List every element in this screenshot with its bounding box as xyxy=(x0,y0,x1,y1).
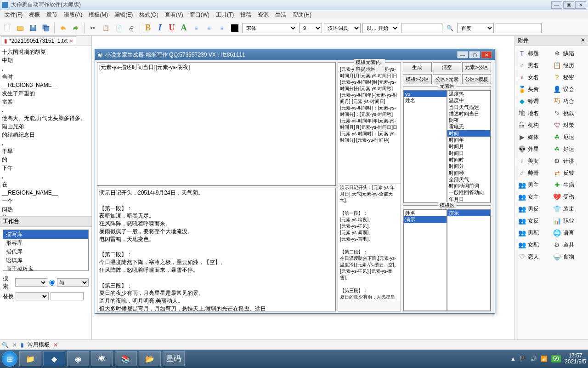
list-item[interactable]: 温度热 xyxy=(447,91,490,97)
undo-icon[interactable] xyxy=(57,23,68,34)
attach-装束[interactable]: 👕装束 xyxy=(552,203,587,214)
font-combo[interactable]: 宋体 xyxy=(242,23,297,33)
attach-秘密[interactable]: ?秘密 xyxy=(552,72,587,83)
redo-icon[interactable] xyxy=(70,23,81,34)
open-icon[interactable] xyxy=(15,23,26,34)
search-tab-close[interactable]: ✕ xyxy=(12,342,17,348)
attach-头衔[interactable]: 🏅头衔 xyxy=(517,84,551,95)
editor-content[interactable]: 十六国时期的胡夏 中期 , 当时 __REGION3_NAME__ 发生了严重的… xyxy=(0,46,91,216)
file-tab[interactable]: ▮ *20210905173151_1.txt ✕ xyxy=(1,36,76,45)
list-item[interactable]: 当日天气描述 xyxy=(447,104,490,110)
attach-反转[interactable]: ⇄反转 xyxy=(552,167,587,178)
attach-男名[interactable]: ♂男名 xyxy=(517,60,551,71)
common-template-tab[interactable]: 常用模板 xyxy=(28,341,50,349)
library-item[interactable]: 描写库 xyxy=(3,230,88,239)
attach-缺陷[interactable]: ❄缺陷 xyxy=(552,48,587,59)
dlg-minimize-button[interactable]: — xyxy=(457,51,468,58)
attach-美女[interactable]: ♀美女 xyxy=(517,155,551,167)
search-radio[interactable] xyxy=(49,280,55,286)
attach-女反[interactable]: 👥女反 xyxy=(517,215,551,226)
list-item[interactable]: 姓名 xyxy=(404,210,447,216)
attach-道具[interactable]: ⚙道具 xyxy=(552,239,587,250)
attach-职业[interactable]: 📊职业 xyxy=(552,215,587,226)
attach-女名[interactable]: ♀女名 xyxy=(517,72,551,83)
start-combo[interactable]: 以… 开始 xyxy=(362,23,399,33)
menu-工具(T)[interactable]: 工具(T) xyxy=(213,10,237,20)
menu-文件(F)[interactable]: 文件(F) xyxy=(2,10,25,20)
menu-查看(V)[interactable]: 查看(V) xyxy=(162,10,186,20)
task-app-2[interactable]: ◆ xyxy=(43,351,65,366)
list-item[interactable]: 时间 xyxy=(447,130,490,137)
attach-地名[interactable]: 地地名 xyxy=(517,108,551,119)
dlg-btn-元素>公区[interactable]: 元素>公区 xyxy=(462,62,491,72)
attach-男主[interactable]: 👥男主 xyxy=(517,179,551,190)
dlg-btn-清空[interactable]: 清空 xyxy=(433,62,462,72)
attach-语言[interactable]: 🌐语言 xyxy=(552,227,587,238)
attach-女配[interactable]: 👥女配 xyxy=(517,239,551,250)
attach-媒体[interactable]: ▶媒体 xyxy=(517,132,551,143)
align-center-icon[interactable]: ≡ xyxy=(204,23,215,34)
list-item[interactable]: 雷电无 xyxy=(447,123,490,130)
copy-icon[interactable]: 📋 xyxy=(100,23,111,34)
list-item[interactable]: 时间秒 xyxy=(447,170,490,176)
tray-battery[interactable]: 59 xyxy=(551,355,561,362)
italic-button[interactable]: I xyxy=(155,23,165,33)
maximize-button[interactable]: ▣ xyxy=(563,1,574,9)
paste-icon[interactable]: 📄 xyxy=(113,23,124,34)
close-button[interactable]: ✕ xyxy=(575,1,586,9)
attach-巧合[interactable]: 巧巧合 xyxy=(552,96,587,107)
attach-帅哥[interactable]: ♂帅哥 xyxy=(517,167,551,178)
attach-厄运[interactable]: ☘厄运 xyxy=(552,132,587,143)
list-item[interactable]: 年月日 xyxy=(447,196,490,202)
tray-icon[interactable]: ▲ xyxy=(510,356,516,362)
attach-食物[interactable]: 🍚食物 xyxy=(552,251,587,262)
tab-close-icon[interactable]: ✕ xyxy=(69,39,73,44)
attach-恋人[interactable]: ♡恋人 xyxy=(517,251,551,262)
menu-章节[interactable]: 章节 xyxy=(44,10,60,20)
attach-受伤[interactable]: 💔受伤 xyxy=(552,191,587,202)
align-left-icon[interactable]: ≡ xyxy=(191,23,202,34)
list-item[interactable]: 时间分 xyxy=(447,163,490,169)
list-item[interactable]: 温度中 xyxy=(447,97,490,104)
library-item[interactable]: 语填库 xyxy=(3,256,88,265)
engine-combo[interactable]: 百度 xyxy=(457,23,494,33)
tray-clock[interactable]: 17:57 2021/9/5 xyxy=(565,353,586,365)
replace-field[interactable] xyxy=(16,292,49,300)
task-app-4[interactable]: 🕷 xyxy=(91,351,113,366)
new-icon[interactable] xyxy=(2,23,13,34)
menu-模板(M)[interactable]: 模板(M) xyxy=(86,10,111,20)
library-item[interactable]: 原子模板库 xyxy=(3,265,88,271)
align-right-icon[interactable]: ≡ xyxy=(216,23,227,34)
minimize-button[interactable]: — xyxy=(551,1,562,9)
list-item[interactable]: 演示 xyxy=(404,216,447,223)
saveall-icon[interactable] xyxy=(40,23,51,34)
list-item[interactable]: 一般性回答动向 xyxy=(447,189,490,196)
attach-男反[interactable]: 👥男反 xyxy=(517,203,551,214)
replace-input[interactable] xyxy=(51,292,84,300)
cut-icon[interactable]: ✂ xyxy=(87,23,98,34)
search-mode[interactable]: 与 xyxy=(57,278,89,287)
fontsize-combo[interactable]: 9 xyxy=(299,23,322,33)
engine-input[interactable] xyxy=(496,23,542,33)
attach-close-icon[interactable]: ✕ xyxy=(581,37,585,45)
list-item[interactable]: 全部天气 xyxy=(447,176,490,183)
task-app-3[interactable]: ◉ xyxy=(67,351,89,366)
tpl-lists[interactable]: 姓名演示 演示 xyxy=(403,209,491,311)
list-item[interactable]: 时间日 xyxy=(447,150,490,156)
attach-称谓[interactable]: ◆称谓 xyxy=(517,96,551,107)
task-app-5[interactable]: 📚 xyxy=(115,351,137,366)
list-item[interactable]: 演示 xyxy=(447,210,490,216)
search-tab-icon[interactable]: 🔍 xyxy=(2,342,9,348)
search-input[interactable] xyxy=(401,23,442,33)
attach-女主[interactable]: 👥女主 xyxy=(517,191,551,202)
list-item[interactable]: 姓名 xyxy=(404,97,447,104)
attach-外星[interactable]: 👽外星 xyxy=(517,144,551,155)
menu-语段(A)[interactable]: 语段(A) xyxy=(61,10,85,20)
dlg-btn-模板>公区[interactable]: 模板>公区 xyxy=(403,74,432,84)
list-item[interactable]: 时间动词前词 xyxy=(447,183,490,189)
dlg-maximize-button[interactable]: ▢ xyxy=(469,51,480,58)
list-item[interactable]: 时间时 xyxy=(447,156,490,163)
menu-资源[interactable]: 资源 xyxy=(255,10,271,20)
list-item[interactable]: ys xyxy=(404,91,447,97)
attach-标题[interactable]: T标题 xyxy=(517,48,551,59)
